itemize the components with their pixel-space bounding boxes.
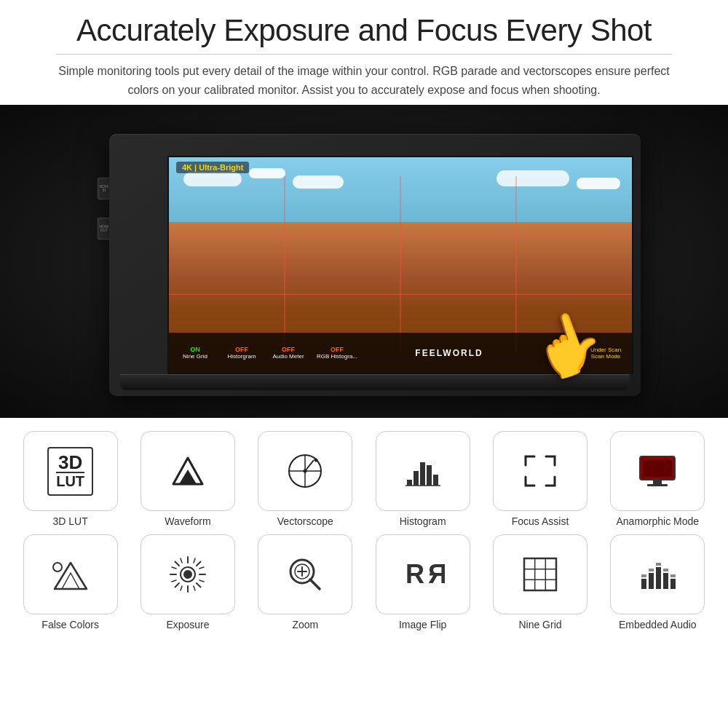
screen-badge: 4K | Ultra-Bright [176,162,249,173]
zoom-icon [283,553,327,596]
false-colors-label: False Colors [41,619,99,630]
feature-anamorphic: Anamorphic Mode [602,431,713,527]
waveform-label: Waveform [165,515,210,527]
svg-line-31 [175,562,179,566]
hdmi-out-label: HDMIOUT [100,225,109,233]
nine-grid-icon [518,553,562,596]
svg-marker-23 [55,563,87,589]
exposure-icon-box [141,534,235,614]
svg-rect-52 [524,558,556,590]
svg-rect-66 [670,574,676,577]
feature-false-colors: False Colors [15,534,126,630]
hud-audio-label: Audio Meter [272,353,304,360]
svg-line-39 [199,567,204,569]
svg-rect-20 [643,459,672,477]
feature-exposure: Exposure [132,534,243,630]
vectorscope-icon-box [258,431,352,511]
hud-rgb-status: OFF [331,346,344,353]
exposure-label: Exposure [166,619,209,630]
page-container: Accurately Exposure and Focus Every Shot… [0,0,728,728]
feature-focus-assist: Focus Assist [484,431,596,527]
hud-histogram: OFF Historgram [220,344,264,361]
exposure-icon [166,553,210,596]
image-flip-icon: R R [401,553,445,596]
hud-nine-grid-status: ON [190,346,200,353]
anamorphic-icon-box [610,431,705,511]
hud-rgb-label: RGB Histogra... [317,353,357,360]
histogram-icon [401,449,445,493]
feature-nine-grid: Nine Grid [484,534,596,630]
features-grid: 3D LUT 3D LUT Waveform [15,431,713,630]
svg-rect-21 [653,480,662,484]
hdmi-in-label: HDMIIN [100,185,109,193]
hud-histogram-status: OFF [235,346,248,353]
vectorscope-label: Vectorscope [277,515,333,527]
svg-point-25 [53,563,62,571]
svg-rect-14 [414,471,419,486]
embedded-audio-icon-box [610,534,705,614]
subtitle: Simple monitoring tools put every detail… [22,62,706,99]
waveform-icon [166,449,210,493]
svg-line-38 [172,580,176,582]
anamorphic-icon [636,449,679,493]
svg-rect-13 [407,480,412,486]
svg-line-37 [172,567,176,569]
svg-rect-60 [663,573,668,589]
svg-point-43 [183,570,192,579]
hud-histogram-label: Historgram [227,353,256,360]
image-flip-icon-box: R R [376,534,470,614]
embedded-audio-icon [636,553,679,596]
svg-line-33 [197,562,201,566]
false-colors-icon-box [23,534,118,614]
svg-line-34 [175,583,179,587]
monitor-wrapper: HDMIIN HDMIOUT [80,119,648,403]
svg-rect-57 [641,579,646,589]
svg-line-32 [197,583,201,587]
focus-assist-icon-box [493,431,587,511]
3d-lut-icon: 3D LUT [47,447,93,496]
svg-text:R: R [428,559,445,589]
svg-marker-24 [62,573,79,589]
hud-nine-grid-label: Nine Grid [183,353,207,360]
svg-rect-17 [433,475,438,486]
page-title: Accurately Exposure and Focus Every Shot [22,13,706,48]
svg-rect-58 [649,573,654,589]
svg-rect-62 [641,574,646,577]
divider [56,54,672,55]
zoom-label: Zoom [292,619,318,630]
histogram-icon-box [376,431,470,511]
svg-line-10 [305,460,314,471]
features-section: 3D LUT 3D LUT Waveform [0,418,728,728]
svg-marker-6 [179,470,197,484]
svg-rect-22 [647,484,668,486]
svg-line-48 [310,579,320,589]
false-colors-icon [49,553,92,596]
histogram-label: Histogram [400,515,446,527]
feature-embedded-audio: Embedded Audio [602,534,713,630]
feature-zoom: Zoom [250,534,361,630]
image-flip-label: Image Flip [399,619,446,630]
hud-audio-status: OFF [282,346,295,353]
svg-line-42 [194,586,195,590]
zoom-icon-box [258,534,352,614]
svg-line-35 [181,558,182,563]
svg-rect-61 [670,579,676,589]
feature-vectorscope: Vectorscope [250,431,361,527]
waveform-icon-box [141,431,235,511]
embedded-audio-label: Embedded Audio [619,619,697,630]
svg-line-36 [194,558,195,563]
svg-rect-15 [420,462,425,486]
nine-grid-label: Nine Grid [518,619,561,630]
svg-rect-64 [656,563,661,566]
svg-point-11 [304,470,307,473]
nine-grid-icon-box [493,534,587,614]
feature-histogram: Histogram [367,431,478,527]
header: Accurately Exposure and Focus Every Shot… [0,0,728,105]
svg-line-41 [181,586,182,590]
3d-lut-label: 3D LUT [53,515,88,527]
feature-image-flip: R R Image Flip [367,534,478,630]
monitor-section: HDMIIN HDMIOUT [0,105,728,418]
svg-text:R: R [405,559,424,589]
3d-lut-icon-box: 3D LUT [23,431,118,511]
feature-3d-lut: 3D LUT 3D LUT [15,431,126,527]
